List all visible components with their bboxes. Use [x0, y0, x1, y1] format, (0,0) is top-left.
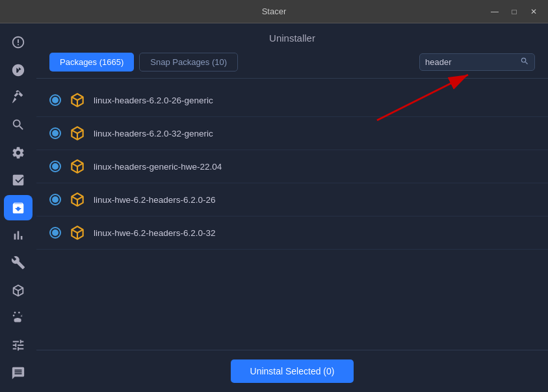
package-cube-icon [69, 158, 86, 175]
pkg-name-4: linux-hwe-6.2-headers-6.2.0-26 [94, 195, 216, 205]
sidebar-item-dashboard[interactable] [4, 30, 33, 55]
cube3d-icon [11, 283, 25, 298]
rocket-icon [11, 63, 25, 77]
package-cube-icon [69, 191, 86, 208]
tab-snap[interactable]: Snap Packages (10) [139, 53, 238, 72]
sliders-icon [11, 338, 25, 352]
package-cube-icon [69, 125, 86, 142]
content-area: Uninstaller Packages (1665) Snap Package… [36, 23, 548, 392]
bottom-bar: Uninstal Selected (0) [36, 350, 548, 392]
sidebar-item-advanced[interactable] [4, 333, 33, 358]
close-button[interactable]: ✕ [525, 5, 543, 19]
paw-icon [11, 311, 25, 325]
search-box [419, 53, 535, 71]
table-row[interactable]: linux-headers-generic-hwe-22.04 [36, 150, 548, 183]
sidebar-item-search[interactable] [4, 112, 33, 137]
pkg-checkbox-2[interactable] [49, 127, 61, 139]
package-icon [11, 201, 25, 215]
tab-packages[interactable]: Packages (1665) [49, 53, 134, 72]
sidebar-item-services[interactable] [4, 278, 33, 303]
sidebar-item-tools[interactable] [4, 250, 33, 275]
broom-icon [11, 90, 25, 105]
sidebar-item-stats[interactable] [4, 223, 33, 248]
sidebar-item-messages[interactable] [4, 361, 33, 385]
minimize-button[interactable]: — [486, 5, 504, 19]
sidebar [0, 23, 36, 392]
table-row[interactable]: linux-headers-6.2.0-26-generic [36, 84, 548, 117]
uninstall-selected-button[interactable]: Uninstal Selected (0) [231, 359, 354, 383]
title-bar: Stacer — □ ✕ [0, 0, 548, 23]
search-icon [520, 57, 529, 68]
table-row[interactable]: linux-hwe-6.2-headers-6.2.0-26 [36, 183, 548, 216]
tools-icon [11, 255, 25, 270]
sidebar-item-resources[interactable] [4, 168, 33, 192]
page-header: Uninstaller Packages (1665) Snap Package… [36, 23, 548, 79]
sidebar-item-uninstaller[interactable] [4, 195, 33, 220]
pkg-name-5: linux-hwe-6.2-headers-6.2.0-32 [94, 228, 216, 238]
search-input[interactable] [425, 57, 516, 67]
sidebar-item-clean[interactable] [4, 85, 33, 110]
pkg-name-1: linux-headers-6.2.0-26-generic [94, 96, 213, 105]
pkg-checkbox-5[interactable] [49, 227, 61, 239]
package-list: linux-headers-6.2.0-26-generic linux-hea… [36, 79, 548, 350]
sidebar-item-startup[interactable] [4, 57, 33, 82]
pkg-checkbox-4[interactable] [49, 194, 61, 205]
chart-icon [11, 228, 25, 242]
pkg-name-3: linux-headers-generic-hwe-22.04 [94, 162, 222, 172]
package-cube-icon [69, 224, 86, 241]
box-icon [11, 173, 25, 187]
package-cube-icon [69, 92, 86, 109]
chat-icon [11, 366, 25, 380]
sidebar-item-settings[interactable] [4, 140, 33, 165]
maximize-button[interactable]: □ [505, 5, 523, 19]
pkg-checkbox-3[interactable] [49, 161, 61, 172]
gear-icon [11, 146, 25, 160]
pkg-checkbox-1[interactable] [49, 94, 61, 106]
table-row[interactable]: linux-hwe-6.2-headers-6.2.0-32 [36, 216, 548, 250]
table-row[interactable]: linux-headers-6.2.0-32-generic [36, 117, 548, 150]
page-title: Uninstaller [49, 33, 535, 44]
pkg-name-2: linux-headers-6.2.0-32-generic [94, 129, 213, 138]
magnifier-icon [11, 118, 25, 132]
sidebar-item-tweaks[interactable] [4, 306, 33, 330]
window-title: Stacer [262, 7, 287, 16]
speedometer-icon [11, 35, 25, 49]
